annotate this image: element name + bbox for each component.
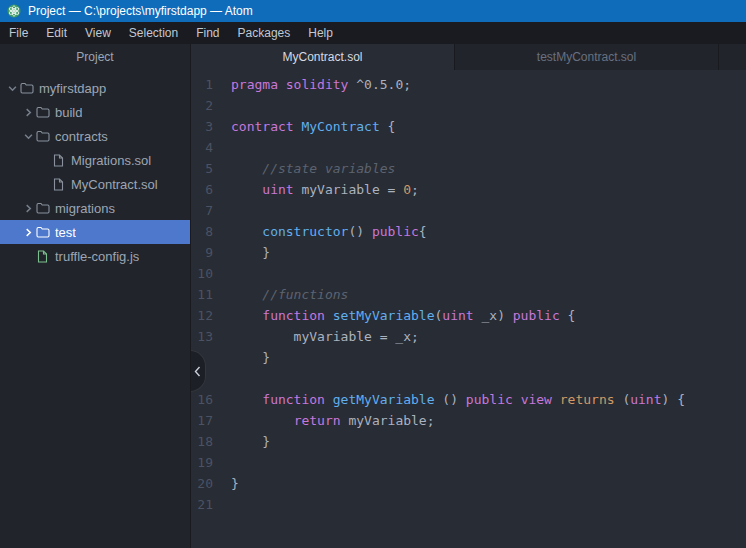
main-area: Project myfirstdappbuildcontractsMigrati… [0,44,746,548]
folder-icon [18,82,35,94]
line-number: 16 [191,389,227,410]
line-number: 5 [191,158,227,179]
chevron-down-icon[interactable] [22,132,34,141]
code-text [227,263,231,284]
code-text: //functions [227,284,348,305]
code-line-7[interactable]: 7 [191,200,746,221]
code-line-12[interactable]: 12 function setMyVariable(uint _x) publi… [191,305,746,326]
code-line-4[interactable]: 4 [191,137,746,158]
menu-bar: FileEditViewSelectionFindPackagesHelp [0,22,746,44]
code-text [227,368,231,389]
code-text: } [227,473,239,494]
code-text [227,137,231,158]
project-dock-label: Project [76,50,113,64]
code-line-1[interactable]: 1pragma solidity ^0.5.0; [191,74,746,95]
code-line-14[interactable]: } [191,347,746,368]
line-number: 1 [191,74,227,95]
tab-label: testMyContract.sol [537,50,636,64]
code-text: } [227,242,270,263]
code-line-11[interactable]: 11 //functions [191,284,746,305]
code-line-21[interactable]: 21 [191,494,746,515]
title-bar: Project — C:\projects\myfirstdapp — Atom [0,0,746,22]
code-line-19[interactable]: 19 [191,452,746,473]
code-line-13[interactable]: 13 myVariable = _x; [191,326,746,347]
line-number: 6 [191,179,227,200]
code-line-9[interactable]: 9 } [191,242,746,263]
code-text: function setMyVariable(uint _x) public { [227,305,575,326]
code-line-6[interactable]: 6 uint myVariable = 0; [191,179,746,200]
code-text [227,95,231,116]
code-text [227,452,231,473]
folder-icon [34,226,51,238]
tab-testmycontract-sol[interactable]: testMyContract.sol [455,44,719,70]
folder-icon [34,202,51,214]
code-line-16[interactable]: 16 function getMyVariable () public view… [191,389,746,410]
code-line-15[interactable] [191,368,746,389]
tab-bar: MyContract.soltestMyContract.sol [191,44,746,70]
tree-item-myfirstdapp[interactable]: myfirstdapp [0,76,190,100]
menu-selection[interactable]: Selection [120,22,187,44]
code-text: pragma solidity ^0.5.0; [227,74,411,95]
tree-item-test[interactable]: test [0,220,190,244]
code-line-5[interactable]: 5 //state variables [191,158,746,179]
project-dock-tab[interactable]: Project [0,44,190,70]
code-text: contract MyContract { [227,116,395,137]
file-icon [50,154,67,167]
chevron-down-icon[interactable] [6,84,18,93]
code-text: myVariable = _x; [227,326,419,347]
menu-packages[interactable]: Packages [229,22,300,44]
code-line-10[interactable]: 10 [191,263,746,284]
code-text: uint myVariable = 0; [227,179,419,200]
tree-item-truffle-config-js[interactable]: truffle-config.js [0,244,190,268]
menu-file[interactable]: File [0,22,37,44]
tree-item-mycontract-sol[interactable]: MyContract.sol [0,172,190,196]
file-tree: myfirstdappbuildcontractsMigrations.solM… [0,70,190,548]
line-number: 19 [191,452,227,473]
file-icon [34,250,51,263]
line-number: 8 [191,221,227,242]
code-text: } [227,431,270,452]
folder-icon [34,130,51,142]
line-number: 11 [191,284,227,305]
code-line-17[interactable]: 17 return myVariable; [191,410,746,431]
tree-item-build[interactable]: build [0,100,190,124]
line-number: 13 [191,326,227,347]
code-line-20[interactable]: 20} [191,473,746,494]
code-line-8[interactable]: 8 constructor() public{ [191,221,746,242]
tab-mycontract-sol[interactable]: MyContract.sol [191,44,455,70]
line-number: 20 [191,473,227,494]
line-number: 3 [191,116,227,137]
code-text [227,200,231,221]
code-line-18[interactable]: 18 } [191,431,746,452]
code-text [227,494,231,515]
line-number: 17 [191,410,227,431]
chevron-right-icon[interactable] [22,108,34,117]
menu-view[interactable]: View [76,22,120,44]
tree-item-label: Migrations.sol [71,153,151,168]
code-text: function getMyVariable () public view re… [227,389,685,410]
tree-item-contracts[interactable]: contracts [0,124,190,148]
line-number: 4 [191,137,227,158]
chevron-right-icon[interactable] [22,204,34,213]
code-text: //state variables [227,158,395,179]
folder-icon [34,106,51,118]
tree-item-label: MyContract.sol [71,177,158,192]
tree-item-migrations-sol[interactable]: Migrations.sol [0,148,190,172]
line-number: 18 [191,431,227,452]
code-line-2[interactable]: 2 [191,95,746,116]
line-number: 10 [191,263,227,284]
code-editor[interactable]: 1pragma solidity ^0.5.0;23contract MyCon… [191,70,746,548]
menu-find[interactable]: Find [187,22,228,44]
menu-help[interactable]: Help [299,22,342,44]
code-text: } [227,347,270,368]
tree-item-label: myfirstdapp [39,81,106,96]
chevron-left-icon [194,366,201,377]
tab-label: MyContract.sol [282,50,362,64]
tree-item-label: migrations [55,201,115,216]
chevron-right-icon[interactable] [22,228,34,237]
menu-edit[interactable]: Edit [37,22,76,44]
tree-item-label: truffle-config.js [55,249,139,264]
code-line-3[interactable]: 3contract MyContract { [191,116,746,137]
tree-item-label: build [55,105,82,120]
tree-item-migrations[interactable]: migrations [0,196,190,220]
